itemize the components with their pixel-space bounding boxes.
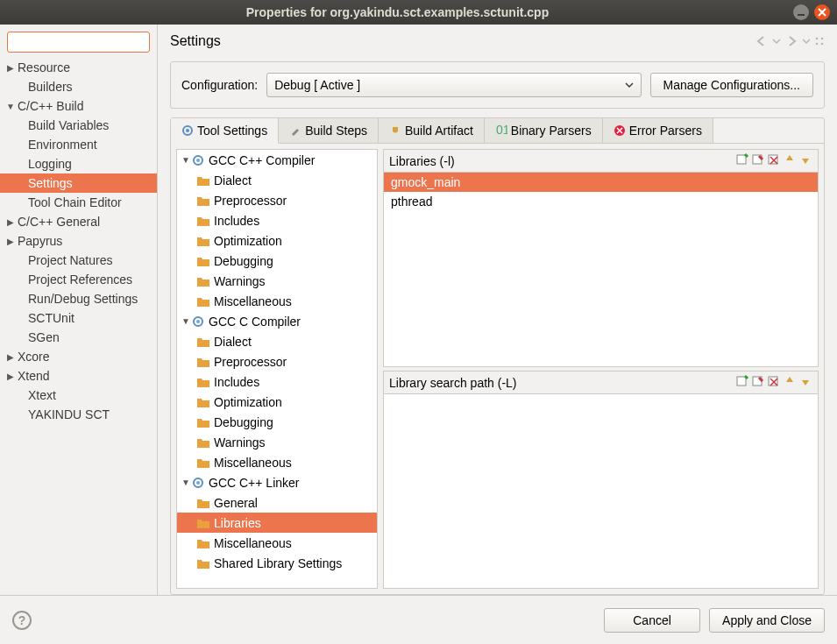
sidebar-item-sctunit[interactable]: SCTUnit bbox=[0, 308, 157, 328]
forward-menu-icon[interactable] bbox=[802, 35, 811, 47]
sidebar-item-settings[interactable]: Settings bbox=[0, 173, 157, 193]
tree-item-preprocessor[interactable]: Preprocessor bbox=[177, 351, 377, 372]
minimize-icon bbox=[797, 8, 805, 17]
sidebar-item-tool-chain-editor[interactable]: Tool Chain Editor bbox=[0, 193, 157, 212]
help-icon[interactable]: ? bbox=[12, 611, 32, 630]
sidebar-item-resource[interactable]: ▶Resource bbox=[0, 58, 157, 77]
tree-item-gcc-c-compiler[interactable]: ▼GCC C++ Compiler bbox=[177, 150, 377, 170]
tree-item-gcc-c-linker[interactable]: ▼GCC C++ Linker bbox=[177, 472, 377, 492]
tree-item-miscellaneous[interactable]: Miscellaneous bbox=[177, 291, 377, 311]
svg-rect-0 bbox=[798, 14, 805, 16]
configuration-block: Configuration: Debug [ Active ] Manage C… bbox=[170, 61, 825, 109]
back-icon[interactable] bbox=[755, 35, 769, 47]
svg-text:01: 01 bbox=[496, 124, 507, 137]
tree-item-general[interactable]: General bbox=[177, 492, 377, 513]
sidebar-item-logging[interactable]: Logging bbox=[0, 154, 157, 173]
cancel-button[interactable]: Cancel bbox=[604, 608, 700, 633]
library-search-path-list[interactable] bbox=[384, 394, 818, 588]
settings-tabs-block: Tool SettingsBuild StepsBuild Artifact01… bbox=[170, 117, 825, 595]
close-button[interactable] bbox=[814, 4, 830, 20]
sidebar-item-c-c-build[interactable]: ▼C/C++ Build bbox=[0, 96, 157, 116]
expand-arrow-icon: ▼ bbox=[181, 478, 191, 487]
delete-icon[interactable] bbox=[767, 374, 781, 391]
sidebar-item-label: Xtext bbox=[16, 388, 56, 402]
sidebar-item-project-references[interactable]: Project References bbox=[0, 270, 157, 289]
move-down-icon[interactable] bbox=[798, 374, 812, 391]
tree-item-dialect[interactable]: Dialect bbox=[177, 170, 377, 190]
tab-build-steps[interactable]: Build Steps bbox=[279, 118, 379, 143]
sidebar-item-label: C/C++ General bbox=[16, 215, 100, 229]
svg-point-12 bbox=[196, 320, 200, 323]
tab-label: Tool Settings bbox=[197, 124, 267, 138]
chevron-down-icon bbox=[625, 81, 634, 89]
tab-error-parsers[interactable]: Error Parsers bbox=[603, 118, 713, 143]
view-menu-icon[interactable] bbox=[814, 35, 825, 47]
edit-icon[interactable] bbox=[751, 152, 765, 169]
sidebar-item-sgen[interactable]: SGen bbox=[0, 328, 157, 347]
tab-tool-settings[interactable]: Tool Settings bbox=[171, 118, 279, 144]
tab-binary-parsers[interactable]: 01Binary Parsers bbox=[485, 118, 603, 143]
sidebar-item-label: Xtend bbox=[16, 369, 50, 383]
tree-item-debugging[interactable]: Debugging bbox=[177, 251, 377, 271]
filter-input[interactable] bbox=[7, 32, 150, 53]
tab-label: Error Parsers bbox=[629, 124, 702, 138]
tree-item-optimization[interactable]: Optimization bbox=[177, 230, 377, 251]
tree-item-label: Shared Library Settings bbox=[214, 556, 342, 570]
sidebar-item-build-variables[interactable]: Build Variables bbox=[0, 116, 157, 135]
tree-item-includes[interactable]: Includes bbox=[177, 372, 377, 392]
move-up-icon[interactable] bbox=[783, 152, 797, 169]
sidebar-item-label: Xcore bbox=[16, 350, 50, 364]
libraries-list[interactable]: gmock_mainpthread bbox=[384, 173, 818, 366]
edit-icon[interactable] bbox=[751, 374, 765, 391]
expand-arrow-icon: ▼ bbox=[5, 102, 16, 111]
sidebar-item-builders[interactable]: Builders bbox=[0, 77, 157, 96]
apply-and-close-button[interactable]: Apply and Close bbox=[709, 608, 825, 633]
svg-point-4 bbox=[821, 43, 824, 46]
sidebar-item-environment[interactable]: Environment bbox=[0, 135, 157, 154]
list-item[interactable]: pthread bbox=[384, 192, 818, 211]
svg-point-2 bbox=[816, 43, 819, 46]
add-icon[interactable] bbox=[735, 374, 749, 391]
tree-item-gcc-c-compiler[interactable]: ▼GCC C Compiler bbox=[177, 311, 377, 331]
list-item[interactable]: gmock_main bbox=[384, 173, 818, 192]
sidebar-item-project-natures[interactable]: Project Natures bbox=[0, 251, 157, 270]
tree-item-optimization[interactable]: Optimization bbox=[177, 392, 377, 412]
tree-item-miscellaneous[interactable]: Miscellaneous bbox=[177, 533, 377, 553]
move-down-icon[interactable] bbox=[798, 152, 812, 169]
tab-build-artifact[interactable]: Build Artifact bbox=[379, 118, 485, 143]
sidebar-item-run-debug-settings[interactable]: Run/Debug Settings bbox=[0, 289, 157, 308]
tree-item-includes[interactable]: Includes bbox=[177, 210, 377, 230]
configuration-value: Debug [ Active ] bbox=[274, 78, 360, 92]
library-search-path-panel: Library search path (-L) bbox=[383, 371, 819, 589]
sidebar-item-papyrus[interactable]: ▶Papyrus bbox=[0, 231, 157, 251]
sidebar-item-c-c-general[interactable]: ▶C/C++ General bbox=[0, 212, 157, 231]
configuration-label: Configuration: bbox=[181, 78, 258, 92]
nav-tree: ▶ResourceBuilders▼C/C++ BuildBuild Varia… bbox=[0, 58, 157, 588]
tree-item-label: Warnings bbox=[214, 274, 266, 288]
tree-item-libraries[interactable]: Libraries bbox=[177, 513, 377, 533]
add-icon[interactable] bbox=[735, 152, 749, 169]
libpath-toolbar bbox=[735, 374, 812, 391]
expand-arrow-icon: ▶ bbox=[5, 63, 16, 73]
tree-item-warnings[interactable]: Warnings bbox=[177, 432, 377, 452]
libraries-toolbar bbox=[735, 152, 812, 169]
tree-item-warnings[interactable]: Warnings bbox=[177, 271, 377, 291]
back-menu-icon[interactable] bbox=[772, 35, 781, 47]
sidebar-item-yakindu-sct[interactable]: YAKINDU SCT bbox=[0, 405, 157, 424]
move-up-icon[interactable] bbox=[783, 374, 797, 391]
configuration-select[interactable]: Debug [ Active ] bbox=[266, 73, 641, 97]
manage-configurations-button[interactable]: Manage Configurations... bbox=[650, 73, 813, 97]
minimize-button[interactable] bbox=[793, 4, 809, 20]
tree-item-shared-library-settings[interactable]: Shared Library Settings bbox=[177, 553, 377, 573]
sidebar-item-xtext[interactable]: Xtext bbox=[0, 386, 157, 405]
sidebar-item-xtend[interactable]: ▶Xtend bbox=[0, 366, 157, 386]
sidebar-item-xcore[interactable]: ▶Xcore bbox=[0, 347, 157, 366]
tree-item-miscellaneous[interactable]: Miscellaneous bbox=[177, 452, 377, 472]
forward-icon[interactable] bbox=[784, 35, 798, 47]
sidebar: ▶ResourceBuilders▼C/C++ BuildBuild Varia… bbox=[0, 25, 158, 595]
tree-item-preprocessor[interactable]: Preprocessor bbox=[177, 190, 377, 210]
tab-label: Binary Parsers bbox=[511, 124, 592, 138]
tree-item-debugging[interactable]: Debugging bbox=[177, 412, 377, 432]
delete-icon[interactable] bbox=[767, 152, 781, 169]
tree-item-dialect[interactable]: Dialect bbox=[177, 331, 377, 351]
